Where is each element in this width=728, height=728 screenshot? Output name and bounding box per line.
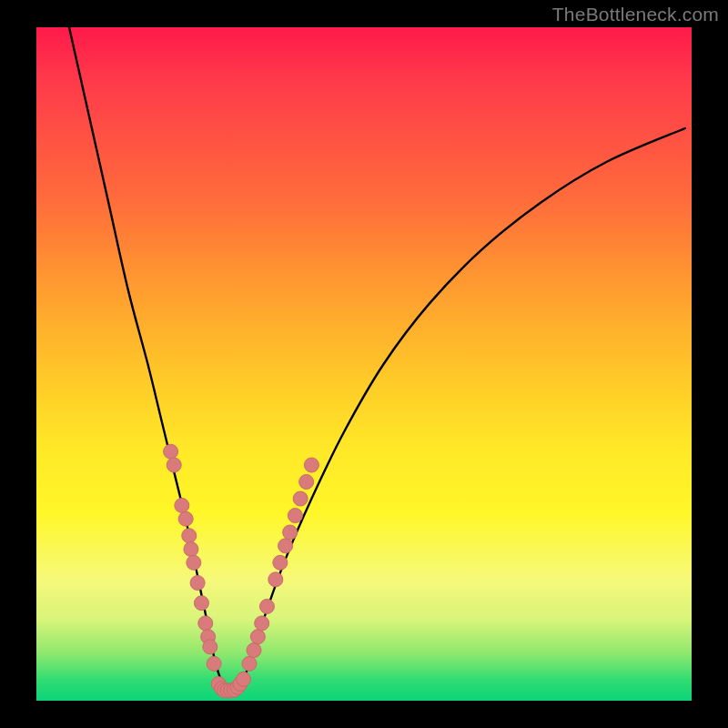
- marker-left: [164, 444, 178, 459]
- marker-right: [247, 643, 261, 658]
- chart-frame: TheBottleneck.com: [0, 0, 728, 728]
- marker-right: [288, 509, 302, 523]
- marker-left: [184, 542, 198, 557]
- marker-left: [194, 596, 208, 611]
- marker-right: [250, 630, 265, 644]
- marker-left: [175, 498, 189, 512]
- plot-area: [36, 27, 692, 701]
- marker-right: [268, 572, 283, 587]
- marker-left: [207, 656, 221, 671]
- marker-left: [178, 511, 193, 526]
- marker-right: [259, 599, 274, 613]
- marker-left: [167, 458, 181, 472]
- watermark-text: TheBottleneck.com: [552, 4, 719, 25]
- marker-right: [273, 555, 288, 570]
- marker-right: [299, 475, 314, 490]
- marker-bottom: [237, 672, 251, 686]
- bottleneck-curve: [69, 27, 685, 693]
- marker-left: [190, 576, 205, 591]
- marker-right: [278, 539, 293, 553]
- marker-left: [187, 555, 201, 570]
- marker-left: [203, 640, 217, 654]
- marker-right: [255, 616, 269, 631]
- marker-right: [304, 458, 318, 472]
- marker-left: [198, 616, 213, 631]
- marker-group: [164, 444, 319, 698]
- marker-right: [293, 491, 308, 506]
- chart-svg: [36, 27, 692, 701]
- marker-right: [283, 525, 298, 540]
- marker-left: [182, 529, 197, 543]
- marker-right: [242, 656, 257, 671]
